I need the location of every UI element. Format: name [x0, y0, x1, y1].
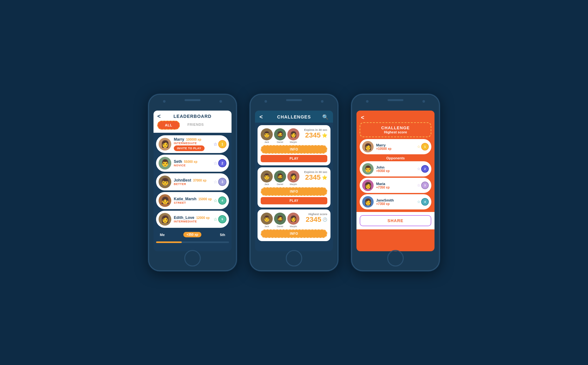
ch-info-button-3[interactable]: INFO — [261, 229, 327, 238]
opponent-name-janesmith: JaneSmith — [376, 198, 417, 202]
challenges-header: < CHALLENGES 🔍 — [255, 111, 333, 123]
leaderboard-header: < LEADERBOARD — [154, 111, 232, 121]
lb-xp-seth: 55000 xp — [184, 160, 197, 163]
lb-name-seth: Seth — [174, 159, 182, 164]
ch-score-1: 2345 — [305, 131, 321, 139]
opponent-rank-area-john: ☆ 2 — [417, 165, 429, 173]
winner-rank-area: ☆ 1 — [417, 143, 429, 150]
share-button[interactable]: SHARE — [360, 215, 431, 226]
ch-info-button-1[interactable]: INFO — [261, 145, 327, 154]
winner-info: Marry +10500 xp — [376, 143, 417, 150]
winner-xp: +10500 xp — [376, 147, 417, 150]
ch-name-marylin-2: Marylin — [287, 183, 299, 185]
leaderboard-item-2: 👨 Seth 55000 xp NOVICE ☆ 2 — [156, 155, 229, 172]
screen-challenges: < CHALLENGES 🔍 👨 🧔 👩 — [255, 111, 333, 251]
star-icon-1: ⭐ — [322, 133, 327, 138]
opponent-info-john: John +9350 xp — [376, 165, 417, 173]
challenge-right-2: Expires in 30 sec 2345 ⭐ — [304, 170, 327, 181]
lb-name-marry: Marry — [174, 137, 184, 142]
ch-name-jack-2: Jack — [261, 183, 273, 185]
me-label: Me — [160, 233, 165, 237]
leaderboard-item-4: 👧 Katie_Marsh 15000 xp STREET ☆ 4 — [156, 192, 229, 209]
phone-challenge-detail: < CHALLENGE Highest score 👩 Marry +10500… — [351, 94, 440, 271]
challenge-right-3: Highest score 2345 🕐 — [306, 213, 327, 223]
back-button[interactable]: < — [157, 113, 161, 120]
lb-xp-marry: 100000 xp — [186, 138, 201, 141]
tab-friends[interactable]: FRIENDS — [182, 121, 209, 130]
detail-back-button[interactable]: < — [361, 114, 364, 121]
lb-level-seth: NOVICE — [174, 164, 213, 167]
ch-info-button-2[interactable]: INFO — [261, 187, 327, 196]
xp-bar-fill — [156, 241, 182, 243]
challenges-back-button[interactable]: < — [259, 114, 263, 120]
opponent-card-janesmith: 👩 JaneSmith +7350 xp ☆ 4 — [360, 194, 431, 209]
opponent-name-maria: Maria — [376, 182, 417, 186]
ch-score-2: 2345 — [305, 174, 321, 181]
detail-content: CHALLENGE Highest score 👩 Marry +10500 x… — [356, 122, 434, 251]
opponent-rank-area-janesmith: ☆ 4 — [417, 198, 429, 206]
opponent-xp-maria: +7350 xp — [376, 186, 417, 189]
opponents-label: Opponents — [360, 156, 431, 160]
challenge-top-2: 👨 🧔 👩 Jack Daniel Marylin Expire — [261, 170, 327, 185]
rank-area-2: ☆ 2 — [213, 159, 226, 167]
me-rank: 5th — [220, 233, 225, 237]
ch-name-jack-1: Jack — [261, 141, 273, 143]
lb-level-johnbest: BETTER — [174, 182, 213, 186]
opponent-rank-area-maria: ☆ 3 — [417, 182, 429, 189]
lb-info-johnbest: JohnBest 37000 xp BETTER — [174, 178, 213, 186]
challenge-top-1: 👨 🧔 👩 Jack Daniel Marylin Expire — [261, 128, 327, 143]
me-bar: Me +350 xp 5th — [156, 229, 229, 240]
tab-all[interactable]: ALL — [157, 121, 180, 130]
challenge-card-1: 👨 🧔 👩 Jack Daniel Marylin Expire — [258, 125, 330, 165]
ch-avatar-marylin-2: 👩 — [287, 170, 299, 182]
ch-buttons-2: INFO PLAY — [261, 187, 327, 204]
ch-buttons-1: INFO PLAY — [261, 145, 327, 162]
challenge-avatars-3: 👨 🧔 👩 Jack Daniel Marylin — [261, 213, 299, 227]
lb-level-katie: STREET — [174, 201, 213, 204]
rank-badge-4: 4 — [218, 196, 226, 205]
opponent-name-john: John — [376, 165, 417, 169]
leaderboard-list: 👩 Marry 100000 xp INTERMEDIATE INVITE TO… — [154, 133, 232, 228]
leaderboard-item-3: 👦 JohnBest 37000 xp BETTER ☆ 3 — [156, 173, 229, 190]
rank-area-1: ☆ 1 — [213, 140, 226, 148]
challenge-list: 👨 🧔 👩 Jack Daniel Marylin Expire — [255, 123, 333, 244]
lb-xp-johnbest: 37000 xp — [193, 179, 206, 182]
opponent-avatar-john: 👨 — [362, 163, 374, 175]
phone-leaderboard: < LEADERBOARD ALL FRIENDS 👩 Marry 100000… — [148, 94, 237, 271]
opponent-xp-john: +9350 xp — [376, 169, 417, 173]
ch-score-3: 2345 — [306, 216, 321, 223]
leaderboard-title: LEADERBOARD — [173, 114, 212, 119]
winner-avatar: 👩 — [362, 141, 374, 152]
screen-challenge-detail: < CHALLENGE Highest score 👩 Marry +10500… — [356, 111, 434, 251]
challenge-top-3: 👨 🧔 👩 Jack Daniel Marylin Highes — [261, 213, 327, 227]
detail-header: < — [356, 111, 434, 122]
rank-badge-3: 3 — [218, 178, 226, 186]
avatar-seth: 👨 — [159, 157, 171, 170]
rank-area-5: ☆ 5 — [213, 215, 226, 223]
opponent-rank-badge-janesmith: 4 — [421, 198, 429, 206]
opponent-avatar-janesmith: 👩 — [362, 196, 374, 208]
ch-play-button-1[interactable]: PLAY — [261, 155, 327, 162]
lb-level-marry: INTERMEDIATE — [174, 142, 213, 145]
opponent-rank-badge-maria: 3 — [421, 182, 429, 189]
invite-button-marry[interactable]: INVITE TO PLAY — [174, 145, 205, 151]
ch-name-marylin-3: Marylin — [287, 225, 299, 227]
avatar-johnbest: 👦 — [159, 176, 171, 188]
opponent-xp-janesmith: +7350 xp — [376, 202, 417, 206]
lb-xp-katie: 15000 xp — [198, 197, 212, 201]
lb-info-marry: Marry 100000 xp INTERMEDIATE INVITE TO P… — [174, 137, 213, 151]
ch-avatar-daniel-2: 🧔 — [274, 170, 286, 182]
rank-area-3: ☆ 3 — [213, 178, 226, 186]
leaderboard-item-5: 👩 Edith_Love 12000 xp INTERMEDIATE ☆ 5 — [156, 211, 229, 228]
opponent-rank-badge-john: 2 — [421, 165, 429, 173]
ch-play-button-2[interactable]: PLAY — [261, 197, 327, 204]
opponent-avatar-maria: 👩 — [362, 180, 374, 191]
ch-avatar-jack-1: 👨 — [261, 128, 273, 140]
lb-name-edith: Edith_Love — [174, 215, 194, 220]
ch-avatar-marylin-3: 👩 — [287, 213, 299, 225]
lb-name-katie: Katie_Marsh — [174, 197, 196, 201]
challenge-title-box: CHALLENGE Highest score — [360, 122, 431, 137]
challenge-card-2: 👨 🧔 👩 Jack Daniel Marylin Expire — [258, 167, 330, 208]
winner-name: Marry — [376, 143, 417, 147]
search-icon[interactable]: 🔍 — [322, 114, 329, 120]
